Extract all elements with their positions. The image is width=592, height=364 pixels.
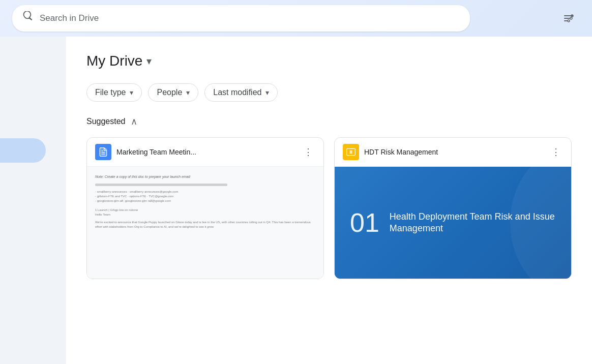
slides-inner: 01 Health Deployment Team Risk and Issue… <box>335 167 571 279</box>
slides-preview-hdt: 01 Health Deployment Team Risk and Issue… <box>335 167 571 279</box>
svg-rect-2 <box>564 20 568 21</box>
svg-rect-1 <box>564 18 570 19</box>
slides-icon <box>343 144 359 160</box>
suggested-title: Suggested <box>86 117 126 126</box>
docs-icon <box>95 144 111 160</box>
suggested-header: Suggested ∧ <box>86 116 572 127</box>
main-content: My Drive ▾ File type ▾ People ▾ Last mod… <box>0 37 592 364</box>
slides-number: 01 <box>350 207 379 238</box>
svg-point-5 <box>568 20 570 22</box>
svg-point-4 <box>570 17 572 19</box>
search-icon <box>22 11 34 25</box>
last-modified-dropdown-icon: ▾ <box>265 88 269 97</box>
svg-rect-0 <box>564 15 573 16</box>
file-cards-grid: Marketing Team Meetin... ⋮ Note: Create … <box>86 137 572 279</box>
content-area: My Drive ▾ File type ▾ People ▾ Last mod… <box>66 37 592 364</box>
file-type-dropdown-icon: ▾ <box>130 88 133 97</box>
people-label: People <box>157 88 182 97</box>
suggested-collapse-icon[interactable]: ∧ <box>131 116 137 127</box>
file-name-hdt: HDT Risk Management <box>364 148 549 156</box>
people-dropdown-icon: ▾ <box>186 88 190 97</box>
file-card-header-marketing: Marketing Team Meetin... ⋮ <box>87 138 323 167</box>
doc-preview-marketing: Note: Create a copy of this doc to prepa… <box>87 167 323 279</box>
sidebar <box>0 37 66 364</box>
file-menu-marketing[interactable]: ⋮ <box>301 145 315 159</box>
filter-settings-icon[interactable] <box>557 7 580 29</box>
file-type-label: File type <box>95 88 126 97</box>
page-title-dropdown-arrow[interactable]: ▾ <box>146 55 152 67</box>
file-card-header-hdt: HDT Risk Management ⋮ <box>335 138 571 167</box>
file-name-marketing: Marketing Team Meetin... <box>116 148 301 156</box>
last-modified-label: Last modified <box>213 88 261 97</box>
file-card-hdt[interactable]: HDT Risk Management ⋮ 01 Health Deployme… <box>334 137 572 279</box>
file-card-marketing[interactable]: Marketing Team Meetin... ⋮ Note: Create … <box>86 137 324 279</box>
last-modified-filter-chip[interactable]: Last modified ▾ <box>204 83 278 102</box>
page-title: My Drive <box>86 53 142 69</box>
people-filter-chip[interactable]: People ▾ <box>148 83 198 102</box>
file-menu-hdt[interactable]: ⋮ <box>549 145 563 159</box>
search-bar[interactable]: Search in Drive <box>12 5 470 32</box>
search-bar-container: Search in Drive <box>0 0 592 37</box>
filter-chips: File type ▾ People ▾ Last modified ▾ <box>86 83 572 102</box>
sidebar-active-indicator <box>0 138 46 163</box>
page-title-row: My Drive ▾ <box>86 53 572 69</box>
file-type-filter-chip[interactable]: File type ▾ <box>86 83 142 102</box>
search-placeholder: Search in Drive <box>40 13 99 23</box>
svg-rect-11 <box>350 150 352 154</box>
svg-point-12 <box>510 167 571 279</box>
